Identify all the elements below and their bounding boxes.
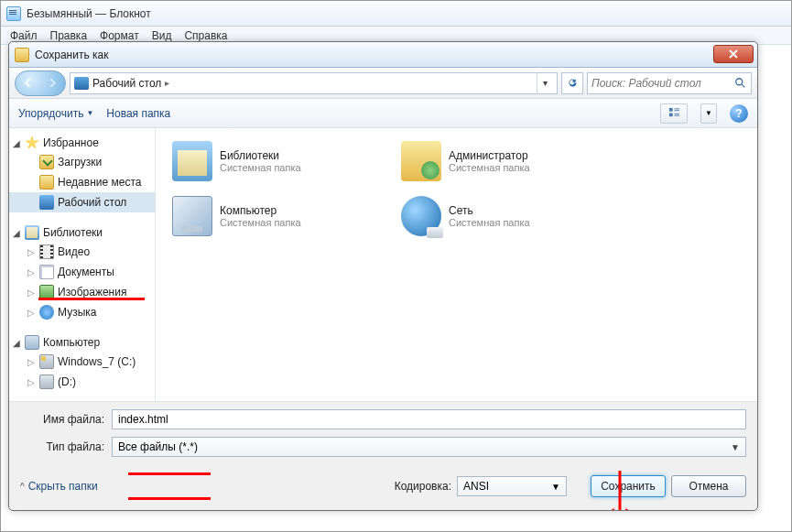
refresh-icon — [567, 77, 579, 89]
refresh-button[interactable] — [561, 72, 583, 94]
tree-favorites[interactable]: ◢ Избранное — [9, 134, 155, 152]
nav-pane: ◢ Избранное Загрузки Недавние места Рабо… — [9, 128, 156, 401]
computer-icon — [25, 335, 39, 350]
tree-item-drive-d[interactable]: ▷(D:) — [9, 372, 155, 392]
new-folder-button[interactable]: Новая папка — [106, 107, 170, 120]
notepad-title: Безымянный — Блокнот — [27, 7, 151, 20]
location-icon — [74, 77, 89, 90]
notepad-window: Безымянный — Блокнот Файл Правка Формат … — [0, 0, 792, 532]
folder-icon — [39, 175, 54, 190]
close-icon — [729, 49, 738, 59]
file-tile-libraries[interactable]: БиблиотекиСистемная папка — [168, 137, 370, 185]
main-area: ◢ Избранное Загрузки Недавние места Рабо… — [9, 128, 757, 401]
tree-item-video[interactable]: ▷Видео — [9, 242, 155, 262]
folder-icon — [39, 155, 54, 169]
tree-item-drive-c[interactable]: ▷Windows_7 (C:) — [9, 352, 155, 372]
search-icon — [734, 77, 747, 90]
tree-item-recent[interactable]: Недавние места — [9, 172, 155, 192]
libraries-icon — [172, 141, 212, 181]
network-icon — [401, 196, 441, 236]
tree-libraries[interactable]: ◢ Библиотеки — [9, 223, 155, 242]
collapse-icon: ◢ — [13, 228, 21, 238]
file-tile-computer[interactable]: КомпьютерСистемная папка — [168, 192, 370, 240]
user-folder-icon — [401, 141, 441, 181]
search-box[interactable] — [587, 72, 752, 94]
file-fields: Имя файла: Тип файла: Все файлы (*.*) ▼ — [9, 401, 757, 470]
file-tile-admin[interactable]: АдминистраторСистемная папка — [397, 137, 599, 185]
nav-buttons[interactable] — [15, 71, 66, 96]
svg-point-0 — [736, 78, 743, 84]
video-icon — [39, 244, 54, 259]
chevron-down-icon: ▼ — [731, 442, 740, 452]
breadcrumb-location: Рабочий стол — [92, 77, 161, 90]
search-input[interactable] — [591, 77, 734, 90]
desktop-icon — [39, 195, 54, 210]
drive-icon — [39, 375, 54, 389]
chevron-up-icon: ^ — [20, 482, 25, 492]
file-tile-network[interactable]: СетьСистемная папка — [397, 192, 599, 240]
tree-item-music[interactable]: ▷Музыка — [9, 302, 155, 322]
tree-computer[interactable]: ◢ Компьютер — [9, 333, 155, 352]
drive-icon — [39, 354, 54, 369]
back-icon — [23, 78, 33, 88]
tree-item-documents[interactable]: ▷Документы — [9, 262, 155, 282]
dialog-footer: ^ Скрыть папки Кодировка: ANSI ▼ Сохрани… — [9, 470, 757, 506]
toolbar: Упорядочить▼ Новая папка ▼ ? — [9, 99, 757, 128]
help-button[interactable]: ? — [730, 104, 748, 123]
filename-label: Имя файла: — [20, 413, 112, 426]
hide-folders-link[interactable]: ^ Скрыть папки — [20, 480, 98, 493]
breadcrumb[interactable]: Рабочий стол ▸ ▾ — [70, 72, 558, 94]
save-button[interactable]: Сохранить — [591, 475, 666, 497]
collapse-icon: ◢ — [13, 338, 21, 348]
tree-item-desktop[interactable]: Рабочий стол — [9, 192, 155, 212]
tree-item-downloads[interactable]: Загрузки — [9, 152, 155, 172]
chevron-right-icon: ▸ — [165, 78, 169, 88]
svg-rect-2 — [668, 114, 672, 117]
chevron-down-icon: ▼ — [551, 482, 560, 492]
filetype-select[interactable]: Все файлы (*.*) ▼ — [112, 437, 746, 457]
filetype-label: Тип файла: — [20, 440, 112, 453]
breadcrumb-dropdown[interactable]: ▾ — [537, 72, 553, 94]
view-dropdown[interactable]: ▼ — [700, 103, 717, 124]
cancel-button[interactable]: Отмена — [671, 475, 746, 497]
view-icon — [668, 107, 680, 119]
forward-icon — [48, 78, 58, 88]
collapse-icon: ◢ — [13, 138, 21, 148]
notepad-icon — [6, 6, 21, 21]
document-icon — [39, 265, 54, 279]
encoding-label: Кодировка: — [395, 480, 451, 493]
tree-item-images[interactable]: ▷Изображения — [9, 282, 155, 302]
star-icon — [25, 136, 39, 150]
close-button[interactable] — [713, 45, 754, 63]
organize-button[interactable]: Упорядочить▼ — [18, 107, 93, 120]
svg-rect-1 — [668, 108, 672, 112]
libraries-icon — [25, 225, 39, 240]
music-icon — [39, 305, 54, 320]
save-as-dialog: Сохранить как Рабочий стол ▸ ▾ — [8, 41, 758, 511]
dialog-titlebar[interactable]: Сохранить как — [9, 42, 757, 68]
address-bar: Рабочий стол ▸ ▾ — [9, 68, 757, 99]
filename-input[interactable] — [112, 409, 746, 429]
view-mode-button[interactable] — [660, 103, 688, 124]
encoding-select[interactable]: ANSI ▼ — [457, 476, 567, 496]
dialog-icon — [15, 48, 29, 62]
dialog-title: Сохранить как — [35, 49, 108, 61]
computer-icon — [172, 196, 212, 236]
image-icon — [39, 285, 54, 299]
notepad-titlebar[interactable]: Безымянный — Блокнот — [1, 1, 791, 27]
content-pane[interactable]: БиблиотекиСистемная папка АдминистраторС… — [156, 128, 757, 401]
chevron-down-icon: ▼ — [86, 109, 93, 117]
